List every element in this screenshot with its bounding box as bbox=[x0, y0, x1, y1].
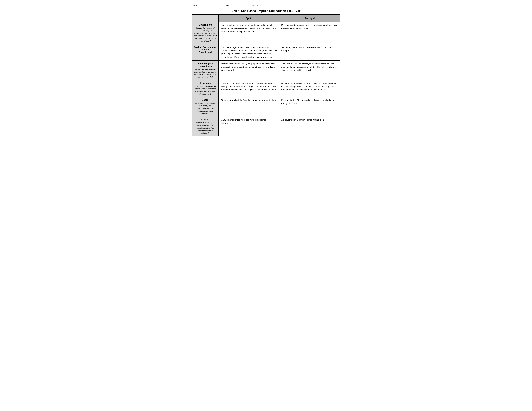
date-label: Date: bbox=[225, 4, 230, 7]
portugal-cell-social: Portugal traded African captives who wer… bbox=[279, 97, 340, 117]
header-line: Name: Date: Period: bbox=[192, 3, 340, 7]
column-header-row: Spain Portugal bbox=[192, 15, 340, 22]
spain-cell-social: Other colonies had the Spanish language … bbox=[218, 97, 279, 117]
row-sub-label-technological: What technologies did this empire utiliz… bbox=[194, 68, 217, 78]
table-row-culture: CultureWhat cultural changes were brough… bbox=[192, 117, 340, 136]
spain-cell-government: Spain used income from churches to expan… bbox=[218, 22, 279, 44]
table-row-government: GovernmentExplain the process of state b… bbox=[192, 22, 340, 44]
row-main-label-technological: Technological Innovations bbox=[194, 62, 217, 67]
name-field: Name: bbox=[192, 3, 218, 7]
period-field: Period: bbox=[252, 3, 271, 7]
row-header-economic: EconomicHow did the trading posts and/or… bbox=[192, 80, 218, 97]
empty-header bbox=[192, 15, 218, 22]
row-main-label-culture: Culture bbox=[194, 118, 217, 121]
row-header-social: SocialWhat social changes were brought b… bbox=[192, 97, 218, 117]
date-field: Date: bbox=[225, 3, 245, 7]
row-main-label-social: Social bbox=[194, 99, 217, 101]
row-main-label-trading-posts: Trading Posts and/or Colonies Establishe… bbox=[194, 46, 217, 54]
row-main-label-government: Government bbox=[194, 24, 217, 26]
page-title: Unit 4: Sea-Based Empires Comparison 145… bbox=[192, 9, 340, 13]
comparison-table: Spain Portugal GovernmentExplain the pro… bbox=[192, 14, 340, 136]
spain-cell-culture: Many other colonies were converted into … bbox=[218, 117, 279, 136]
row-header-trading-posts: Trading Posts and/or Colonies Establishe… bbox=[192, 44, 218, 60]
table-row-economic: EconomicHow did the trading posts and/or… bbox=[192, 80, 340, 97]
row-header-government: GovernmentExplain the process of state b… bbox=[192, 22, 218, 44]
spain-column-header: Spain bbox=[218, 15, 279, 22]
table-row-social: SocialWhat social changes were brought b… bbox=[192, 97, 340, 117]
row-header-culture: CultureWhat cultural changes were brough… bbox=[192, 117, 218, 136]
portugal-cell-trading-posts: Since they were so small, they could not… bbox=[279, 44, 340, 60]
portugal-cell-economic: Because of the growth of trade in 1457 P… bbox=[279, 80, 340, 97]
row-sub-label-culture: What cultural changes were brought by th… bbox=[194, 121, 217, 134]
portugal-column-header: Portugal bbox=[279, 15, 340, 22]
row-main-label-economic: Economic bbox=[194, 82, 217, 84]
period-label: Period: bbox=[252, 4, 259, 7]
portugal-cell-government: Portugal used an empire of men governed … bbox=[279, 22, 340, 44]
table-row-trading-posts: Trading Posts and/or Colonies Establishe… bbox=[192, 44, 340, 60]
spain-cell-technological: They depended extensively on gunpowder t… bbox=[218, 60, 279, 80]
spain-cell-economic: Silver and gold were highly regarded, an… bbox=[218, 80, 279, 97]
row-sub-label-economic: How did the trading posts and/or colonie… bbox=[194, 85, 217, 95]
row-sub-label-government: Explain the process of state building an… bbox=[194, 27, 217, 42]
row-sub-label-social: What social changes were brought by the … bbox=[194, 102, 217, 115]
table-row-technological: Technological InnovationsWhat technologi… bbox=[192, 60, 340, 80]
name-label: Name: bbox=[192, 4, 199, 7]
portugal-cell-technological: The Portuguese also employed navigationa… bbox=[279, 60, 340, 80]
spain-cell-trading-posts: Spain exchanged extensively from North a… bbox=[218, 44, 279, 60]
row-header-technological: Technological InnovationsWhat technologi… bbox=[192, 60, 218, 80]
portugal-cell-culture: As governed by Spanish Roman Catholicism… bbox=[279, 117, 340, 136]
